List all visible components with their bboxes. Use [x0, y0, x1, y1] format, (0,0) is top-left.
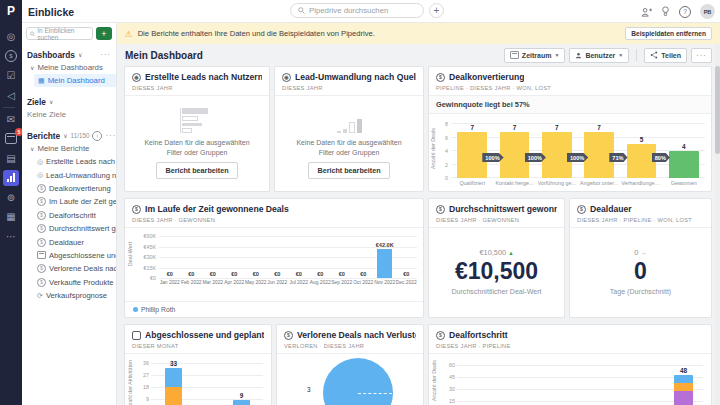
- stacked-bar: [674, 375, 693, 405]
- info-icon[interactable]: i: [92, 131, 102, 141]
- sidebar-report-item[interactable]: $Verkaufte Produkte: [22, 276, 116, 289]
- gridline: [457, 377, 703, 378]
- card-title: Verlorene Deals nach Verlustgründen: [297, 330, 416, 340]
- delta-value: 0: [634, 248, 638, 257]
- chevron-down-icon: ∨: [30, 145, 34, 152]
- dashboards-section-header[interactable]: Dashboards ∨ ···: [22, 48, 116, 61]
- leads-icon[interactable]: ◎: [3, 29, 19, 45]
- share-icon: [650, 51, 658, 59]
- apps-icon[interactable]: ▦: [3, 209, 19, 225]
- share-button[interactable]: Teilen: [644, 48, 687, 63]
- campaigns-icon[interactable]: ◁: [3, 87, 19, 103]
- global-search-input[interactable]: Pipedrive durchsuchen: [290, 3, 424, 18]
- month-column: €0May 2022: [245, 236, 267, 278]
- more-icon[interactable]: ⋯: [3, 228, 19, 244]
- y-axis-tick: €60K: [132, 233, 156, 239]
- pie-chart: 3: [277, 352, 423, 405]
- bar-value-label: 7: [555, 124, 559, 131]
- sidebar-report-item[interactable]: $Dealfortschritt: [22, 209, 116, 222]
- sidebar-report-item[interactable]: $Verlorene Deals nach V...: [22, 262, 116, 275]
- remove-sample-data-button[interactable]: Beispieldaten entfernen: [625, 27, 712, 40]
- card-filters: Dieses Jahr · Pipeline · Won, Lost: [570, 214, 711, 228]
- quick-add-button[interactable]: +: [429, 3, 444, 18]
- card-filters: Dieses Jahr: [275, 82, 423, 96]
- my-dashboards-group[interactable]: ∨ Meine Dashboards: [22, 61, 116, 74]
- card-won-over-time[interactable]: $ Im Laufe der Zeit gewonnene Deals Dies…: [124, 198, 424, 318]
- card-leads-by-user[interactable]: ◉ Erstellte Leads nach Nutzern Dieses Ja…: [124, 66, 270, 192]
- user-filter-button[interactable]: Benutzer ▼: [569, 48, 629, 63]
- month-bar: [377, 249, 392, 278]
- reports-count: 11/150: [71, 132, 90, 139]
- dollar-glyph: $: [37, 278, 46, 287]
- month-column: €0Feb 2022: [181, 236, 203, 278]
- period-filter-button[interactable]: Zeitraum ▼: [504, 48, 566, 63]
- card-deal-conversion[interactable]: $ Dealkonvertierung Pipeline · Dieses Ja…: [428, 66, 712, 192]
- my-reports-group[interactable]: ∨ Meine Berichte: [22, 142, 116, 155]
- card-title: Erstellte Leads nach Nutzern: [145, 72, 262, 82]
- invite-users-icon[interactable]: [641, 7, 652, 17]
- dashboards-label: Dashboards: [27, 50, 75, 60]
- nav-rail: P ◎$☑◁✉5▤⊚▦⋯: [0, 0, 22, 405]
- user-avatar[interactable]: PB: [700, 4, 715, 19]
- goals-empty-text: Keine Ziele: [22, 108, 116, 121]
- kpi-value: €10,500: [455, 258, 538, 285]
- card-lost-reasons[interactable]: $ Verlorene Deals nach Verlustgründen Ve…: [276, 324, 424, 405]
- scrollbar-thumb[interactable]: [715, 66, 720, 154]
- sidebar-report-item[interactable]: $Dealkonvertierung: [22, 182, 116, 195]
- products-icon[interactable]: ⊚: [3, 189, 19, 205]
- x-axis-label: Sep 2022: [331, 280, 352, 285]
- card-activities[interactable]: Abgeschlossene und geplante Aktivitäten …: [124, 324, 272, 405]
- dashboard-more-button[interactable]: ···: [691, 48, 712, 63]
- y-axis-tick: 0: [436, 175, 448, 181]
- card-deal-duration[interactable]: $ Dealdauer Dieses Jahr · Pipeline · Won…: [569, 198, 712, 318]
- chart-legend[interactable]: Phillip Roth: [125, 301, 423, 317]
- contacts-icon[interactable]: ▤: [3, 150, 19, 166]
- bar-value-label: €0: [253, 271, 259, 277]
- sidebar-item-mein-dashboard[interactable]: ▦ Mein Dashboard: [34, 74, 116, 87]
- bar-value-label: €0: [339, 271, 345, 277]
- card-title: Durchschnittswert gewonnener Deals: [449, 204, 557, 214]
- reports-more-icon[interactable]: ···: [105, 131, 116, 140]
- report-label: Erstellte Leads nach N...: [46, 157, 116, 166]
- funnel-stage: 5Verhandlungen...: [620, 124, 662, 178]
- create-new-button[interactable]: +: [96, 27, 112, 40]
- edit-report-button[interactable]: Bericht bearbeiten: [308, 162, 389, 179]
- bar-chart-glyph: [7, 173, 15, 182]
- projects-icon[interactable]: ☑: [3, 68, 19, 84]
- edit-report-button[interactable]: Bericht bearbeiten: [156, 162, 237, 179]
- insights-icon[interactable]: [3, 170, 19, 186]
- legend-dot: [133, 307, 138, 312]
- sidebar-report-item[interactable]: ◎Erstellte Leads nach N...: [22, 155, 116, 168]
- lead-icon: ◉: [132, 73, 141, 82]
- card-deal-progress[interactable]: $ Dealfortschritt Dieses Jahr · Pipeline…: [428, 324, 712, 405]
- sidebar-report-item[interactable]: ⟳Verkaufsprognose: [22, 289, 116, 302]
- sidebar-report-item[interactable]: $Dealdauer: [22, 235, 116, 248]
- month-column: €42.0KNov 2022: [374, 236, 396, 278]
- x-axis-label: Jul 2022: [290, 280, 309, 285]
- card-avg-won-value[interactable]: $ Durchschnittswert gewonnener Deals Die…: [428, 198, 565, 318]
- dashboards-more-icon[interactable]: ···: [100, 50, 111, 59]
- pipedrive-logo[interactable]: P: [7, 3, 15, 19]
- stacked-bar: [165, 368, 182, 405]
- deals-icon[interactable]: $: [3, 48, 19, 64]
- deal-report-icon: $: [37, 238, 46, 247]
- mail-icon[interactable]: ✉: [3, 111, 19, 127]
- goals-section-header[interactable]: Ziele ∨: [22, 95, 116, 108]
- suggestions-bulb-icon[interactable]: [661, 6, 670, 17]
- sidebar-report-item[interactable]: $Im Laufe der Zeit gewo...: [22, 195, 116, 208]
- gridline: [457, 389, 703, 390]
- sidebar-report-item[interactable]: $Durchschnittswert gew...: [22, 222, 116, 235]
- chevron-down-icon: ∨: [78, 51, 82, 58]
- deal-report-icon: $: [37, 184, 46, 193]
- card-lead-conversion[interactable]: ◉ Lead-Umwandlung nach Quellen Dieses Ja…: [274, 66, 424, 192]
- sidebar-report-item[interactable]: ◎Lead-Umwandlung nac...: [22, 168, 116, 181]
- x-axis-label: Verhandlungen...: [621, 180, 662, 186]
- report-label: Dealkonvertierung: [49, 184, 111, 193]
- month-column: €0Aug 2022: [310, 236, 332, 278]
- help-icon[interactable]: ?: [679, 6, 691, 18]
- insights-search-input[interactable]: In Einblicken suchen: [26, 27, 93, 40]
- reports-section-header[interactable]: Berichte ∨ 11/150 i ···: [22, 129, 116, 142]
- sidebar-report-item[interactable]: Abgeschlossene und g...: [22, 249, 116, 262]
- goals-label: Ziele: [27, 97, 46, 107]
- activities-icon[interactable]: 5: [3, 131, 19, 147]
